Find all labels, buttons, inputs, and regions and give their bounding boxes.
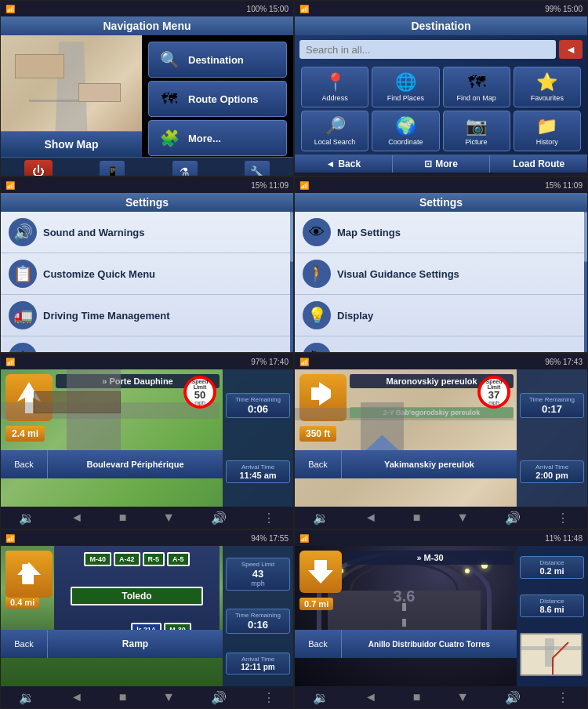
settings-btn[interactable]: 🔧: [245, 161, 270, 177]
back-p8[interactable]: ◄: [365, 690, 377, 704]
dest-load-route-button[interactable]: Load Route: [490, 155, 587, 173]
speed-limit-num-p5: 50: [194, 390, 205, 400]
settings-driving-time[interactable]: 🚛 Driving Time Management: [1, 295, 293, 336]
picture-icon: 📷: [466, 116, 487, 136]
panel-nav-maronovskiy: 📶 96% 17:43 Maronovskiy pereulok 350 ft …: [294, 353, 588, 529]
speed-display: 3.6: [394, 587, 416, 605]
power-button[interactable]: ⏻: [24, 160, 53, 177]
home-p6[interactable]: ■: [413, 511, 421, 525]
settings-regional[interactable]: 🏳 Regional: [295, 336, 587, 353]
settings-right-list: 👁 Map Settings 🚶 Visual Guidance Setting…: [295, 212, 587, 353]
vol-up-p5[interactable]: 🔊: [211, 511, 227, 525]
dest-coordinate[interactable]: 🌍 Coordinate: [372, 111, 439, 151]
dest-history[interactable]: 📁 History: [514, 111, 581, 151]
recent-p8[interactable]: ▼: [456, 690, 469, 704]
svg-marker-1: [17, 562, 41, 584]
back-label-p8: Back: [308, 639, 327, 649]
more-p6[interactable]: ⋮: [557, 511, 569, 525]
back-button-p7[interactable]: Back: [1, 630, 48, 658]
street-label-p7: Ramp: [122, 638, 148, 649]
back-label: Back: [338, 158, 361, 169]
more-menu-item[interactable]: 🧩 More...: [148, 120, 287, 156]
status-bar-p2: 📶 99% 15:00: [295, 1, 587, 16]
back-button-p6[interactable]: Back: [295, 450, 342, 478]
vol-up-p6[interactable]: 🔊: [505, 511, 521, 525]
recent-p7[interactable]: ▼: [162, 690, 175, 704]
visual-guidance-label: Visual Guidance Settings: [337, 268, 459, 280]
recent-p5[interactable]: ▼: [162, 511, 175, 525]
home-p8[interactable]: ■: [413, 690, 421, 704]
back-p6[interactable]: ◄: [365, 511, 377, 525]
map-preview-area: Show Map: [1, 35, 142, 157]
dest-find-map[interactable]: 🗺 Find on Map: [443, 67, 510, 107]
vol-up-p8[interactable]: 🔊: [505, 690, 521, 705]
destination-label: Destination: [188, 54, 244, 66]
vol-down-p7[interactable]: 🔉: [19, 690, 34, 705]
settings-map[interactable]: 👁 Map Settings: [295, 212, 587, 253]
back-button-p8[interactable]: Back: [295, 630, 342, 658]
route-options-menu-item[interactable]: 🗺 Route Options: [148, 81, 287, 117]
direction-arrow-p7: [5, 551, 53, 598]
search-input[interactable]: [299, 40, 556, 59]
dest-picture[interactable]: 📷 Picture: [443, 111, 510, 151]
hw-sign-r5: R-5: [143, 552, 165, 566]
status-info: 100% 15:00: [247, 5, 289, 13]
menu-icon-3: ⚗: [180, 165, 190, 177]
settings-visual-guidance[interactable]: 🚶 Visual Guidance Settings: [295, 253, 587, 295]
status-bar-p5: 📶 97% 17:40: [1, 354, 293, 369]
menu-btn-3[interactable]: ⚗: [172, 161, 198, 177]
vol-down-p6[interactable]: 🔉: [313, 511, 328, 525]
navigation-menu-items: 🔍 Destination 🗺 Route Options 🧩 More...: [142, 35, 293, 157]
street-name-p8: Anillo Distribuidor Cuatro Torres: [342, 630, 517, 658]
arrival-block-p5: Arrival Time 11:45 am: [226, 460, 290, 483]
dest-local-search[interactable]: 🔎 Local Search: [301, 111, 368, 151]
settings-icon: 🔧: [250, 165, 263, 177]
menu-btn-2[interactable]: 📱: [100, 161, 125, 177]
dest-favourites[interactable]: ⭐ Favourites: [514, 67, 581, 107]
recent-p6[interactable]: ▼: [456, 511, 469, 525]
more-p8[interactable]: ⋮: [557, 690, 569, 705]
dest-more-button[interactable]: ⊡ More: [393, 155, 491, 173]
destination-menu-item[interactable]: 🔍 Destination: [148, 42, 287, 78]
settings-display[interactable]: 💡 Display: [295, 295, 587, 336]
settings-sound-warnings[interactable]: 🔊 Sound and Warnings: [1, 212, 293, 253]
back-p5[interactable]: ◄: [71, 511, 83, 525]
status-info-p2: 99% 15:00: [545, 5, 583, 13]
scrollbar-thumb-right: [584, 212, 587, 262]
street-name-p7: Ramp: [48, 630, 223, 658]
status-info-p8: 11% 11:48: [545, 534, 583, 543]
power-icon: ⏻: [32, 165, 45, 177]
dest-find-places[interactable]: 🌐 Find Places: [372, 67, 439, 107]
coordinate-label: Coordinate: [388, 138, 423, 146]
find-map-label: Find on Map: [457, 94, 496, 102]
back-p7[interactable]: ◄: [71, 690, 83, 704]
status-signal-p8: 📶: [299, 534, 309, 543]
info-panel-p7: Speed Limit 43 mph Time Remaining 0:16 A…: [223, 546, 293, 686]
p1-bottom-bar: ⏻ 📱 ⚗ 🔧: [1, 157, 293, 176]
destination-title: Destination: [295, 16, 587, 35]
home-p7[interactable]: ■: [119, 690, 127, 704]
highway-signs-row1: M-40 A-42 R-5 A-5: [84, 552, 189, 566]
status-bar-p7: 📶 94% 17:55: [1, 530, 293, 546]
dest-address[interactable]: 📍 Address: [301, 67, 368, 107]
vol-down-p5[interactable]: 🔉: [19, 511, 34, 525]
more-p7[interactable]: ⋮: [263, 690, 275, 705]
street-label-p8: Anillo Distribuidor Cuatro Torres: [368, 640, 490, 649]
settings-traffic[interactable]: ⚠ Traffic: [1, 336, 293, 353]
dest-back-button[interactable]: ◄ Back: [295, 155, 393, 173]
hw-sign-a42: A-42: [114, 552, 140, 566]
more-p5[interactable]: ⋮: [263, 511, 275, 525]
favourites-label: Favourites: [531, 94, 564, 102]
vol-down-p8[interactable]: 🔉: [313, 690, 328, 705]
destination-body: ◄ 📍 Address 🌐 Find Places 🗺 Find on Map …: [295, 35, 587, 173]
settings-quick-menu[interactable]: 📋 Customize Quick Menu: [1, 253, 293, 295]
vol-up-p7[interactable]: 🔊: [211, 690, 227, 705]
speed-limit-num-p6: 37: [488, 390, 499, 400]
status-bar-p6: 📶 96% 17:43: [295, 354, 587, 369]
back-button-p5[interactable]: Back: [1, 450, 48, 478]
home-p5[interactable]: ■: [119, 511, 127, 525]
map-thumbnail: [1, 35, 142, 131]
show-map-button[interactable]: Show Map: [1, 131, 142, 157]
quick-menu-label: Customize Quick Menu: [43, 268, 155, 280]
search-clear-button[interactable]: ◄: [559, 40, 583, 59]
